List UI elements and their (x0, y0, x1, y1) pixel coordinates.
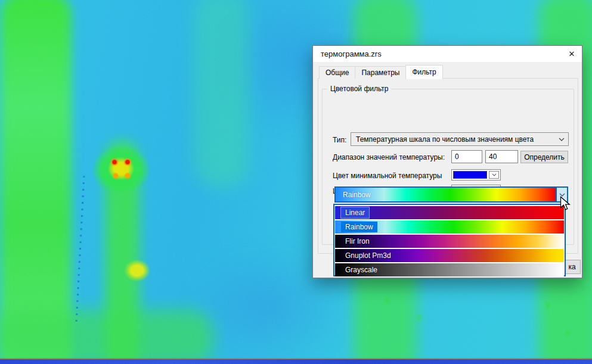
dialog-titlebar: термограмма.zrs ✕ (313, 46, 582, 62)
close-icon[interactable]: ✕ (562, 46, 582, 62)
min-color-combobox[interactable] (451, 169, 501, 181)
range-max-input[interactable] (485, 150, 518, 163)
palette-option-rainbow[interactable]: Rainbow (335, 220, 564, 234)
palette-option-grayscale[interactable]: Grayscale (335, 263, 564, 276)
tab-common[interactable]: Общие (319, 66, 355, 79)
chevron-down-icon (559, 193, 565, 197)
tab-filter[interactable]: Фильтр (405, 65, 442, 79)
type-combobox[interactable]: Температурная шкала по числовым значения… (351, 132, 569, 146)
range-label: Диапазон значений температуры: (333, 153, 445, 161)
thermal-dot (544, 301, 552, 310)
thermal-dot (383, 297, 391, 305)
palette-combobox-value: Rainbow (343, 191, 371, 199)
thermal-warm-area (0, 310, 213, 364)
thermal-warm-blob (117, 253, 159, 290)
dialog-title: термограмма.zrs (321, 49, 382, 58)
min-color-label: Цвет минимальной температуры (333, 172, 442, 180)
tab-bar: Общие Параметры Фильтр (319, 65, 442, 79)
palette-option-gnuplot-pm3d[interactable]: Gnuplot Pm3d (335, 249, 564, 262)
thermal-dot (415, 313, 423, 322)
min-color-swatch (453, 171, 487, 179)
thermal-dot (564, 329, 572, 337)
screen: термограмма.zrs ✕ Общие Параметры Фильтр… (0, 0, 592, 364)
palette-option-flir-iron[interactable]: Flir Iron (335, 235, 564, 248)
chevron-down-icon (555, 138, 568, 141)
palette-option-linear[interactable]: Linear (335, 206, 564, 219)
type-combobox-value: Температурная шкала по числовым значения… (351, 135, 555, 144)
tab-parameters[interactable]: Параметры (355, 66, 406, 79)
chevron-down-icon[interactable] (489, 171, 499, 179)
palette-dropdown-list: Linear Rainbow Flir Iron Gnuplot Pm3d Gr… (333, 204, 566, 276)
thermal-hotspots (89, 143, 161, 203)
palette-combobox-gradient: Rainbow (336, 188, 556, 201)
range-min-input[interactable] (451, 150, 482, 163)
palette-combobox[interactable]: Rainbow (334, 186, 568, 203)
help-button-partial[interactable]: ка (563, 260, 581, 274)
group-title: Цветовой фильтр (327, 85, 391, 93)
define-button[interactable]: Определить (520, 151, 568, 163)
type-label: Тип: (333, 136, 346, 144)
dialog-window: термограмма.zrs ✕ Общие Параметры Фильтр… (312, 45, 582, 278)
thermal-bottom-strip (0, 359, 592, 364)
palette-dropdown-button[interactable] (556, 188, 567, 201)
thermal-warm-stripe (194, 0, 249, 188)
